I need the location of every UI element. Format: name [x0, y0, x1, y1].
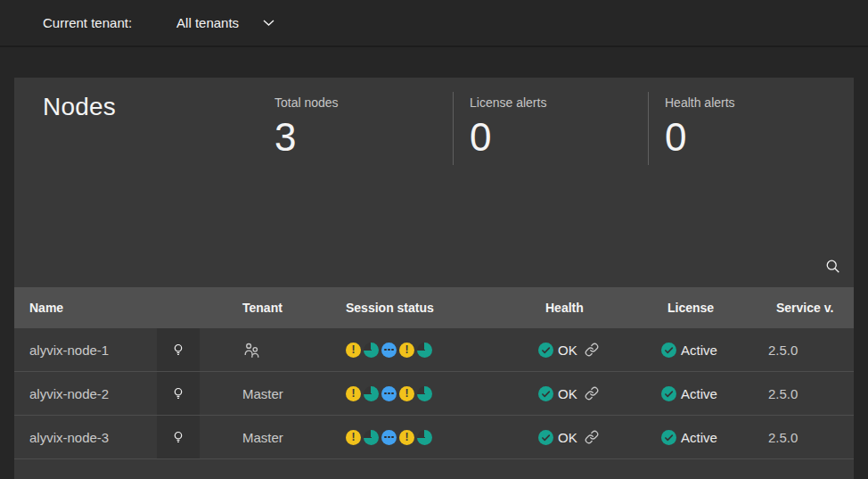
stat-label: License alerts	[470, 95, 648, 111]
session-status-icons: ! !	[303, 372, 504, 415]
session-status-icons: ! !	[303, 328, 504, 371]
topbar: Current tenant: All tenants	[0, 0, 868, 47]
stat-license-alerts: License alerts 0	[453, 92, 648, 165]
tenant-select-value: All tenants	[176, 15, 239, 30]
health-link-button[interactable]	[585, 430, 599, 444]
table-toolbar	[14, 244, 854, 287]
lightbulb-icon	[171, 343, 185, 357]
link-icon	[585, 430, 599, 444]
nodes-panel: Nodes Total nodes 3 License alerts 0 Hea…	[14, 78, 854, 479]
column-header-session: Session status	[303, 287, 504, 328]
session-running-icon	[381, 343, 397, 358]
page-title: Nodes	[43, 93, 116, 121]
check-circle-icon	[661, 386, 676, 401]
stat-value: 0	[665, 116, 853, 159]
tenant-select[interactable]: All tenants	[176, 15, 274, 30]
column-header-indicator	[157, 287, 200, 328]
node-name: alyvix-node-2	[29, 386, 109, 401]
current-tenant-label: Current tenant:	[43, 15, 132, 30]
health-status: OK	[558, 386, 577, 401]
app-root: Current tenant: All tenants Nodes Total …	[0, 0, 868, 479]
session-pie-icon	[364, 386, 379, 401]
table-header-row: Name Tenant Session status Health Licens…	[14, 287, 854, 328]
warning-icon: !	[399, 430, 414, 445]
session-pie-icon	[417, 386, 432, 401]
check-circle-icon	[538, 430, 553, 445]
check-circle-icon	[661, 343, 676, 358]
health-status: OK	[558, 343, 577, 358]
service-version: 2.5.0	[768, 386, 798, 401]
health-link-button[interactable]	[585, 343, 599, 357]
stat-label: Health alerts	[665, 95, 853, 111]
nodes-table: Name Tenant Session status Health Licens…	[14, 287, 854, 478]
column-header-license: License	[624, 287, 740, 328]
check-circle-icon	[538, 386, 553, 401]
lightbulb-icon	[171, 430, 185, 444]
service-version: 2.5.0	[768, 430, 798, 445]
column-header-name: Name	[14, 287, 157, 328]
lightbulb-button[interactable]	[157, 416, 200, 458]
license-status: Active	[681, 386, 717, 401]
stat-total-nodes: Total nodes 3	[274, 92, 453, 165]
warning-icon: !	[346, 386, 361, 401]
check-circle-icon	[538, 343, 553, 358]
stat-label: Total nodes	[274, 95, 453, 111]
session-pie-icon	[417, 343, 432, 358]
chevron-down-icon	[263, 20, 274, 27]
link-icon	[585, 343, 599, 357]
session-pie-icon	[417, 430, 432, 445]
table-row-node-1[interactable]: alyvix-node-1	[14, 328, 854, 372]
stat-value: 0	[470, 116, 648, 159]
node-name: alyvix-node-3	[29, 430, 109, 445]
lightbulb-button[interactable]	[157, 328, 200, 371]
table-row-node-3[interactable]: alyvix-node-3 Master ! !	[14, 416, 854, 459]
stat-value: 3	[274, 116, 453, 159]
lightbulb-button[interactable]	[157, 372, 200, 415]
table-row-empty	[14, 459, 854, 478]
tenant-name: Master	[242, 386, 283, 401]
warning-icon: !	[346, 430, 361, 445]
lightbulb-icon	[171, 386, 185, 401]
user-multiple-icon	[242, 341, 261, 359]
session-pie-icon	[364, 430, 379, 445]
table-row-node-2[interactable]: alyvix-node-2 Master ! !	[14, 372, 854, 416]
warning-icon: !	[346, 343, 361, 358]
session-running-icon	[381, 430, 397, 445]
stat-health-alerts: Health alerts 0	[648, 92, 853, 165]
license-status: Active	[681, 430, 717, 445]
column-header-service: Service v.	[740, 287, 854, 328]
warning-icon: !	[399, 343, 414, 358]
warning-icon: !	[399, 386, 414, 401]
column-header-health: Health	[504, 287, 624, 328]
column-header-tenant: Tenant	[200, 287, 303, 328]
health-status: OK	[558, 430, 577, 445]
session-status-icons: ! !	[303, 416, 504, 458]
tenant-name: Master	[242, 430, 283, 445]
session-pie-icon	[364, 343, 379, 358]
search-icon	[825, 259, 840, 274]
stats-bar: Total nodes 3 License alerts 0 Health al…	[274, 92, 853, 165]
service-version: 2.5.0	[768, 343, 798, 358]
check-circle-icon	[661, 430, 676, 445]
health-link-button[interactable]	[585, 386, 599, 401]
search-button[interactable]	[813, 244, 852, 287]
link-icon	[585, 386, 599, 401]
session-running-icon	[381, 386, 397, 401]
license-status: Active	[681, 343, 717, 358]
node-name: alyvix-node-1	[29, 343, 109, 358]
